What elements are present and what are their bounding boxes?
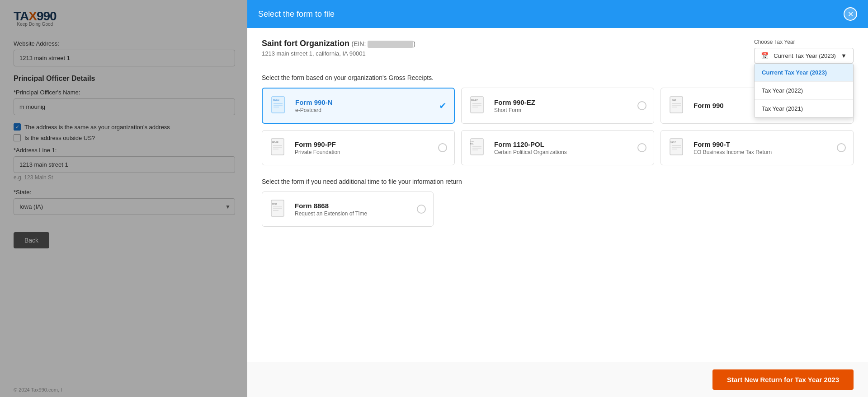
svg-text:990-N: 990-N (273, 99, 279, 102)
form-990n-info: Form 990-N e-Postcard (295, 98, 434, 113)
form-990-icon: 990 (668, 96, 688, 116)
svg-text:990-PF: 990-PF (272, 141, 278, 144)
org-ein: (EIN: ██████████) (351, 40, 415, 47)
form-990pf-icon: 990-PF (269, 138, 289, 158)
form-990n-name: Form 990-N (295, 98, 434, 106)
tax-year-option-2021[interactable]: Tax Year (2021) (755, 100, 853, 117)
form-8868-icon: 8868 (269, 199, 289, 219)
form-990t-desc: EO Business Income Tax Return (693, 149, 831, 155)
form-card-990t[interactable]: 990-T Form 990-T EO Business Income Tax … (660, 130, 854, 165)
form-8868-name: Form 8868 (295, 202, 411, 210)
extension-grid: 8868 Form 8868 Request an Extension of T… (262, 191, 854, 227)
form-990ez-info: Form 990-EZ Short Form (494, 98, 632, 113)
org-name-row: Saint fort Organization (EIN: ██████████… (262, 39, 415, 48)
tax-year-selected-text: Current Tax Year (2023) (774, 52, 836, 59)
form-990pf-info: Form 990-PF Private Foundation (295, 140, 433, 155)
form-8868-desc: Request an Extension of Time (295, 210, 411, 217)
calendar-icon: 📅 (761, 52, 769, 59)
tax-year-selector: Choose Tax Year 📅 Current Tax Year (2023… (754, 39, 854, 63)
tax-year-select[interactable]: 📅 Current Tax Year (2023) ▼ (754, 48, 854, 63)
form-990ez-radio[interactable] (637, 101, 646, 110)
form-990t-icon: 990-T (668, 138, 688, 158)
form-990n-checkmark: ✔ (439, 100, 447, 111)
form-card-990pf[interactable]: 990-PF Form 990-PF Private Foundation (262, 130, 455, 165)
form-card-990ez[interactable]: 990-EZ Form 990-EZ Short Form (461, 88, 654, 124)
form-990ez-icon: 990-EZ (469, 96, 489, 116)
svg-text:1120: 1120 (470, 141, 474, 143)
modal-footer: Start New Return for Tax Year 2023 (247, 362, 868, 397)
org-address: 1213 main strreet 1, california, IA 9000… (262, 50, 415, 57)
svg-text:990: 990 (672, 99, 676, 102)
form-990pf-name: Form 990-PF (295, 140, 433, 148)
form-1120pol-name: Form 1120-POL (494, 140, 632, 148)
modal-body: Saint fort Organization (EIN: ██████████… (247, 28, 868, 362)
ein-masked: ██████████ (368, 41, 413, 48)
modal-header: Select the form to file ✕ (247, 0, 868, 28)
modal-close-button[interactable]: ✕ (844, 7, 857, 21)
tax-year-option-2022[interactable]: Tax Year (2022) (755, 82, 853, 99)
form-8868-info: Form 8868 Request an Extension of Time (295, 202, 411, 217)
form-990t-radio[interactable] (837, 143, 846, 152)
form-990n-icon: 990-N (270, 96, 290, 116)
form-990ez-name: Form 990-EZ (494, 98, 632, 106)
form-990pf-desc: Private Foundation (295, 149, 433, 155)
svg-text:990-EZ: 990-EZ (471, 99, 478, 102)
extension-subtitle: Select the form if you need additional t… (262, 178, 854, 185)
form-8868-radio[interactable] (417, 205, 426, 214)
overlay-dim (0, 0, 249, 397)
form-1120pol-icon: 1120 POL (469, 138, 489, 158)
tax-year-option-2023[interactable]: Current Tax Year (2023) (755, 64, 853, 81)
form-990n-desc: e-Postcard (295, 107, 434, 113)
svg-text:POL: POL (470, 143, 474, 145)
org-info: Saint fort Organization (EIN: ██████████… (262, 39, 415, 57)
form-990t-info: Form 990-T EO Business Income Tax Return (693, 140, 831, 155)
form-card-1120pol[interactable]: 1120 POL Form 1120-POL Certain Political… (461, 130, 654, 165)
modal-title: Select the form to file (258, 9, 335, 19)
form-card-990n[interactable]: 990-N Form 990-N e-Postcard ✔ (262, 88, 455, 124)
org-row: Saint fort Organization (EIN: ██████████… (262, 39, 854, 63)
form-1120pol-radio[interactable] (637, 143, 646, 152)
form-1120pol-desc: Certain Political Organizations (494, 149, 632, 155)
form-990pf-radio[interactable] (438, 143, 447, 152)
svg-text:990-T: 990-T (670, 141, 676, 144)
form-1120pol-info: Form 1120-POL Certain Political Organiza… (494, 140, 632, 155)
start-return-button[interactable]: Start New Return for Tax Year 2023 (712, 369, 854, 390)
svg-text:8868: 8868 (272, 202, 277, 205)
form-990ez-desc: Short Form (494, 107, 632, 113)
tax-year-label: Choose Tax Year (754, 39, 854, 45)
org-name: Saint fort Organization (262, 39, 349, 48)
tax-year-dropdown: Current Tax Year (2023) Tax Year (2022) … (754, 63, 854, 118)
tax-year-chevron: ▼ (841, 52, 847, 59)
form-990t-name: Form 990-T (693, 140, 831, 148)
modal: Select the form to file ✕ Saint fort Org… (247, 0, 868, 397)
form-card-8868[interactable]: 8868 Form 8868 Request an Extension of T… (262, 191, 434, 227)
